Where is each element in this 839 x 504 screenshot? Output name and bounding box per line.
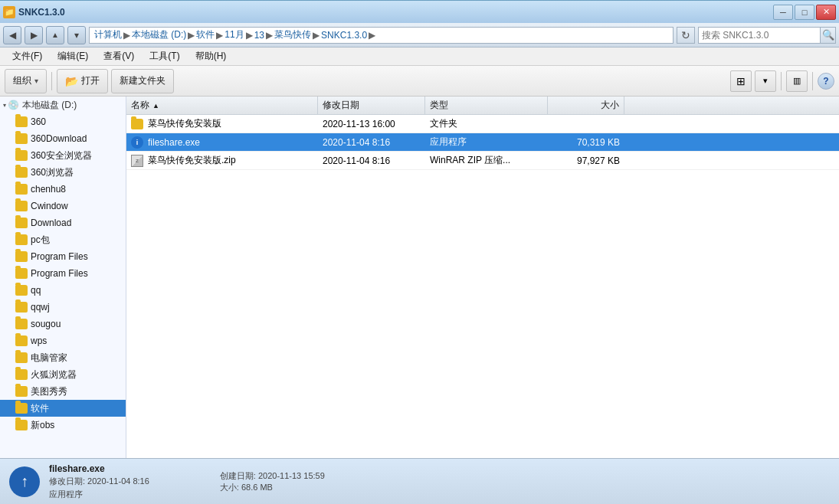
path-version[interactable]: SNKC1.3.0 bbox=[321, 30, 367, 41]
table-row[interactable]: z菜鸟快传免安装版.zip2020-11-04 8:16WinRAR ZIP 压… bbox=[126, 152, 839, 170]
up-button[interactable]: ▲ bbox=[46, 26, 64, 44]
path-month[interactable]: 11月 bbox=[224, 28, 244, 41]
exe-icon: i bbox=[131, 136, 143, 149]
sidebar-item[interactable]: 新obs bbox=[0, 417, 126, 434]
folder-icon bbox=[15, 403, 28, 414]
file-name-label: 菜鸟快传免安装版 bbox=[148, 117, 221, 130]
path-app[interactable]: 菜鸟快传 bbox=[274, 28, 311, 41]
preview-button[interactable]: ▥ bbox=[786, 70, 808, 92]
help-button[interactable]: ? bbox=[818, 73, 834, 90]
path-computer[interactable]: 计算机 bbox=[94, 28, 122, 41]
col-header-size[interactable]: 大小 bbox=[548, 97, 624, 114]
status-bar: ↑ fileshare.exe 修改日期: 2020-11-04 8:16 应用… bbox=[0, 458, 839, 504]
file-date-cell: 2020-11-04 8:16 bbox=[318, 133, 425, 151]
file-name-cell: 菜鸟快传免安装版 bbox=[126, 115, 318, 133]
sidebar-item-label: 美图秀秀 bbox=[31, 385, 67, 398]
sidebar-item-label: 软件 bbox=[31, 402, 49, 415]
organize-label: 组织 bbox=[13, 74, 31, 87]
sidebar-item[interactable]: qq bbox=[0, 282, 126, 299]
sidebar-item[interactable]: 360Download bbox=[0, 130, 126, 147]
sidebar: ▾ 💿 本地磁盘 (D:) 360360Download360安全浏览器360浏… bbox=[0, 97, 126, 458]
back-button[interactable]: ◀ bbox=[3, 26, 21, 44]
sidebar-item[interactable]: 软件 bbox=[0, 400, 126, 417]
address-path[interactable]: 计算机 ▶ 本地磁盘 (D:) ▶ 软件 ▶ 11月 ▶ 13 ▶ 菜鸟快传 ▶… bbox=[89, 27, 673, 44]
dropdown-button[interactable]: ▾ bbox=[67, 26, 86, 44]
folder-icon bbox=[15, 268, 28, 279]
sidebar-item[interactable]: 360浏览器 bbox=[0, 164, 126, 181]
toolbar-sep-right2 bbox=[812, 72, 813, 90]
search-box: 🔍 bbox=[698, 27, 836, 44]
menu-bar: 文件(F) 编辑(E) 查看(V) 工具(T) 帮助(H) bbox=[0, 47, 839, 66]
sidebar-item[interactable]: Download bbox=[0, 214, 126, 231]
sidebar-item[interactable]: Program Files bbox=[0, 248, 126, 265]
status-filename: fileshare.exe bbox=[49, 463, 149, 474]
file-name-cell: ifileshare.exe bbox=[126, 133, 318, 151]
folder-icon bbox=[15, 251, 28, 262]
sidebar-drive-header[interactable]: ▾ 💿 本地磁盘 (D:) bbox=[0, 97, 126, 113]
view-toggle-button[interactable]: ⊞ bbox=[730, 70, 752, 92]
menu-help[interactable]: 帮助(H) bbox=[189, 48, 233, 64]
path-day[interactable]: 13 bbox=[254, 30, 264, 41]
window-icon: 📁 bbox=[3, 6, 15, 18]
folder-icon bbox=[15, 184, 28, 195]
menu-file[interactable]: 文件(F) bbox=[6, 48, 48, 64]
sidebar-item[interactable]: Cwindow bbox=[0, 198, 126, 214]
maximize-button[interactable]: □ bbox=[795, 5, 814, 20]
menu-edit[interactable]: 编辑(E) bbox=[51, 48, 94, 64]
open-icon: 📂 bbox=[65, 75, 78, 87]
minimize-button[interactable]: ─ bbox=[773, 5, 793, 20]
close-button[interactable]: ✕ bbox=[816, 5, 836, 20]
forward-button[interactable]: ▶ bbox=[25, 26, 43, 44]
open-button[interactable]: 📂 打开 bbox=[57, 69, 108, 93]
search-button[interactable]: 🔍 bbox=[820, 28, 835, 43]
sidebar-item[interactable]: pc包 bbox=[0, 231, 126, 248]
sidebar-item[interactable]: 美图秀秀 bbox=[0, 383, 126, 400]
file-list-header: 名称 ▲ 修改日期 类型 大小 bbox=[126, 97, 839, 115]
menu-tools[interactable]: 工具(T) bbox=[143, 48, 185, 64]
toolbar-separator bbox=[51, 72, 52, 90]
sidebar-item[interactable]: Program Files bbox=[0, 265, 126, 282]
col-header-date[interactable]: 修改日期 bbox=[318, 97, 425, 114]
folder-icon bbox=[15, 386, 28, 397]
open-label: 打开 bbox=[81, 74, 100, 87]
col-header-type[interactable]: 类型 bbox=[425, 97, 548, 114]
menu-view[interactable]: 查看(V) bbox=[97, 48, 140, 64]
path-drive[interactable]: 本地磁盘 (D:) bbox=[132, 28, 186, 41]
sidebar-item[interactable]: 360 bbox=[0, 113, 126, 130]
organize-button[interactable]: 组织 ▾ bbox=[5, 69, 47, 93]
folder-icon bbox=[15, 319, 28, 329]
file-name-label: fileshare.exe bbox=[148, 137, 200, 148]
folder-icon bbox=[15, 201, 28, 211]
refresh-button[interactable]: ↻ bbox=[677, 27, 695, 44]
folder-icon bbox=[131, 119, 143, 129]
expand-icon: ▾ bbox=[3, 102, 6, 109]
file-rows-container: 菜鸟快传免安装版2020-11-13 16:00文件夹ifileshare.ex… bbox=[126, 115, 839, 170]
sidebar-item[interactable]: qqwj bbox=[0, 299, 126, 316]
sidebar-item[interactable]: sougou bbox=[0, 316, 126, 332]
file-list-area: 名称 ▲ 修改日期 类型 大小 菜鸟快传免安装版2020-11-13 16:00… bbox=[126, 97, 839, 458]
sidebar-item[interactable]: 360安全浏览器 bbox=[0, 147, 126, 164]
sidebar-item[interactable]: wps bbox=[0, 332, 126, 349]
folder-icon bbox=[15, 133, 28, 144]
table-row[interactable]: ifileshare.exe2020-11-04 8:16应用程序70,319 … bbox=[126, 133, 839, 152]
path-software[interactable]: 软件 bbox=[196, 28, 215, 41]
file-size-cell bbox=[548, 115, 624, 133]
folder-icon bbox=[15, 116, 28, 127]
address-bar: ◀ ▶ ▲ ▾ 计算机 ▶ 本地磁盘 (D:) ▶ 软件 ▶ 11月 ▶ 13 … bbox=[0, 23, 839, 47]
col-header-name[interactable]: 名称 ▲ bbox=[126, 97, 318, 114]
sidebar-item[interactable]: chenhu8 bbox=[0, 181, 126, 198]
folder-icon bbox=[15, 302, 28, 313]
sidebar-item-label: Program Files bbox=[31, 251, 88, 262]
sidebar-item[interactable]: 火狐浏览器 bbox=[0, 366, 126, 383]
search-input[interactable] bbox=[699, 28, 820, 43]
new-folder-button[interactable]: 新建文件夹 bbox=[111, 69, 174, 93]
folder-icon bbox=[15, 167, 28, 178]
table-row[interactable]: 菜鸟快传免安装版2020-11-13 16:00文件夹 bbox=[126, 115, 839, 133]
view-details-button[interactable]: ▾ bbox=[755, 70, 776, 92]
status-upload-icon: ↑ bbox=[9, 466, 40, 497]
folder-icon bbox=[15, 150, 28, 161]
new-folder-label: 新建文件夹 bbox=[120, 74, 166, 87]
sidebar-item-label: sougou bbox=[31, 319, 61, 329]
sidebar-item[interactable]: 电脑管家 bbox=[0, 349, 126, 366]
drive-icon: 💿 bbox=[8, 100, 19, 110]
